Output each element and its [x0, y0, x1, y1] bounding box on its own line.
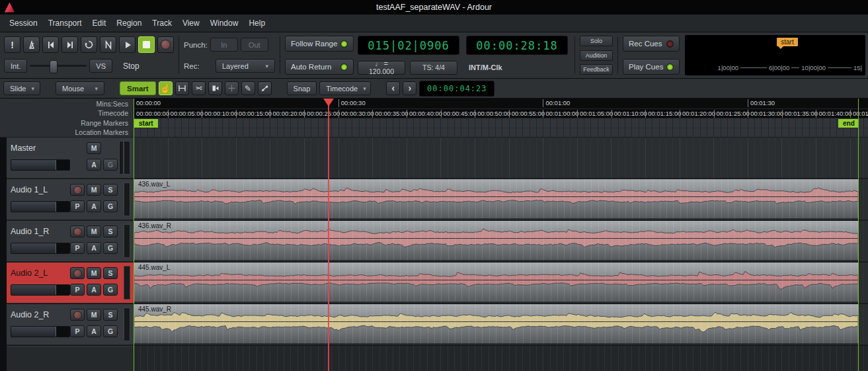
- punch-in-button[interactable]: In: [210, 38, 238, 52]
- menu-edit[interactable]: Edit: [87, 16, 112, 30]
- cut-tool-button[interactable]: ✂: [192, 81, 206, 95]
- ruler-label-timecode[interactable]: Timecode: [0, 108, 134, 118]
- m-button[interactable]: M: [87, 142, 101, 154]
- track-header-audio-2-l[interactable]: Audio 2_LMSPAG: [0, 263, 134, 304]
- s-button[interactable]: S: [103, 309, 118, 321]
- solo-button[interactable]: Solo: [580, 36, 613, 46]
- a-button[interactable]: A: [87, 200, 101, 212]
- range-tool-button[interactable]: [175, 81, 189, 95]
- track-lane-master[interactable]: [134, 138, 868, 179]
- p-button[interactable]: P: [70, 325, 85, 337]
- s-button[interactable]: S: [103, 184, 118, 196]
- automation-tool-button[interactable]: [258, 81, 272, 95]
- record-enable-button[interactable]: [70, 226, 85, 237]
- mini-timeline-start-marker[interactable]: start: [777, 38, 797, 46]
- g-button[interactable]: G: [103, 325, 118, 337]
- a-button[interactable]: A: [87, 159, 101, 171]
- session-end-marker[interactable]: end: [838, 119, 858, 128]
- loop-button[interactable]: [81, 36, 97, 53]
- edit-mode-select[interactable]: Slide: [3, 81, 40, 95]
- track-lane-audio-2-l[interactable]: 445.wav_L: [134, 263, 868, 304]
- track-lane-audio-1-l[interactable]: 436.wav_L: [134, 179, 868, 221]
- p-button[interactable]: P: [70, 242, 85, 254]
- menu-transport[interactable]: Transport: [43, 16, 87, 30]
- g-button[interactable]: G: [103, 242, 118, 254]
- audio-region-445-wav-l[interactable]: 445.wav_L: [134, 263, 858, 302]
- ruler-label-range-markers[interactable]: Range Markers: [0, 118, 134, 128]
- record-enable-button[interactable]: [70, 184, 85, 196]
- track-lane-audio-1-r[interactable]: 436.wav_R: [134, 221, 868, 263]
- grab-mode-select[interactable]: Mouse: [56, 81, 104, 95]
- m-button[interactable]: M: [87, 226, 101, 237]
- g-button[interactable]: G: [103, 200, 118, 212]
- auto-return-toggle[interactable]: Auto Return: [285, 59, 354, 75]
- audio-region-436-wav-l[interactable]: 436.wav_L: [134, 179, 858, 218]
- internal-edit-tool-button[interactable]: [225, 81, 239, 95]
- snap-button[interactable]: Snap: [287, 81, 317, 95]
- varispeed-button[interactable]: VS: [89, 59, 112, 73]
- g-button[interactable]: G: [103, 159, 118, 171]
- gain-fader[interactable]: [11, 284, 70, 296]
- play-button[interactable]: [119, 36, 136, 53]
- p-button[interactable]: P: [70, 200, 85, 212]
- record-enable-button[interactable]: [70, 309, 85, 321]
- record-enable-button[interactable]: [70, 267, 85, 279]
- track-header-audio-1-r[interactable]: Audio 1_RMSPAG: [0, 221, 134, 263]
- ruler-minsecs-lane[interactable]: 00:00:0000:00:3000:01:0000:01:30: [134, 99, 868, 108]
- a-button[interactable]: A: [87, 284, 101, 296]
- play-range-button[interactable]: [100, 36, 116, 53]
- audition-button[interactable]: Audition: [580, 50, 613, 61]
- primary-clock[interactable]: 015|02|0906: [358, 36, 459, 55]
- menu-region[interactable]: Region: [111, 16, 147, 30]
- track-header-audio-1-l[interactable]: Audio 1_LMSPAG: [0, 179, 134, 221]
- menu-help[interactable]: Help: [243, 16, 270, 30]
- ruler-range-markers-lane[interactable]: start end: [134, 118, 868, 128]
- m-button[interactable]: M: [87, 309, 101, 321]
- audio-region-445-wav-r[interactable]: 445.wav_R: [134, 304, 858, 343]
- edit-point-clock[interactable]: 00:00:04:23: [419, 81, 494, 97]
- rec-mode-select[interactable]: Layered: [216, 59, 275, 73]
- session-start-marker[interactable]: start: [134, 119, 158, 128]
- gain-fader[interactable]: [11, 326, 70, 337]
- monitor-int-button[interactable]: Int.: [4, 59, 27, 73]
- tempo-button[interactable]: ♩ = 120.000: [358, 61, 405, 75]
- playhead[interactable]: [328, 99, 329, 371]
- a-button[interactable]: A: [87, 242, 101, 254]
- smart-mode-toggle[interactable]: Smart: [120, 81, 156, 95]
- ruler-timecode-lane[interactable]: 00:00:00:0000:00:05:0000:00:10:0000:00:1…: [134, 108, 868, 118]
- track-header-master[interactable]: MasterMAG: [0, 138, 134, 179]
- mini-timeline[interactable]: start 1|00|006|00|0010|00|0015|: [685, 35, 865, 75]
- g-button[interactable]: G: [103, 284, 118, 296]
- stretch-tool-button[interactable]: [208, 81, 222, 95]
- follow-range-toggle[interactable]: Follow Range: [285, 36, 354, 52]
- m-button[interactable]: M: [87, 267, 101, 279]
- gain-fader[interactable]: [11, 159, 70, 171]
- time-signature-button[interactable]: TS: 4/4: [410, 61, 457, 75]
- a-button[interactable]: A: [87, 325, 101, 337]
- record-button[interactable]: [157, 36, 174, 53]
- shuttle-handle[interactable]: [50, 60, 58, 73]
- gain-fader[interactable]: [11, 243, 70, 254]
- grab-tool-button[interactable]: ☝: [159, 81, 173, 95]
- m-button[interactable]: M: [87, 184, 101, 196]
- audio-region-436-wav-r[interactable]: 436.wav_R: [134, 221, 858, 260]
- stop-button[interactable]: [138, 36, 155, 53]
- sync-source-label[interactable]: INT/M-Clk: [466, 63, 502, 71]
- nudge-back-button[interactable]: ‹: [386, 81, 400, 95]
- grid-unit-select[interactable]: Timecode: [319, 81, 371, 95]
- menu-track[interactable]: Track: [147, 16, 177, 30]
- track-lane-audio-2-r[interactable]: 445.wav_R: [134, 304, 868, 346]
- shuttle-slider[interactable]: [30, 60, 87, 73]
- secondary-clock[interactable]: 00:00:28:18: [466, 36, 568, 55]
- s-button[interactable]: S: [103, 226, 118, 237]
- track-canvas[interactable]: 00:00:0000:00:3000:01:0000:01:30 00:00:0…: [134, 99, 868, 371]
- go-to-end-button[interactable]: [61, 36, 78, 53]
- p-button[interactable]: P: [70, 284, 85, 296]
- punch-out-button[interactable]: Out: [241, 38, 268, 52]
- track-header-audio-2-r[interactable]: Audio 2_RMSPAG: [0, 304, 134, 346]
- metronome-button[interactable]: [23, 36, 40, 53]
- midi-panic-button[interactable]: !: [4, 36, 20, 53]
- ruler-location-markers-lane[interactable]: [134, 128, 868, 138]
- feedback-button[interactable]: Feedback: [580, 64, 613, 75]
- s-button[interactable]: S: [103, 267, 118, 279]
